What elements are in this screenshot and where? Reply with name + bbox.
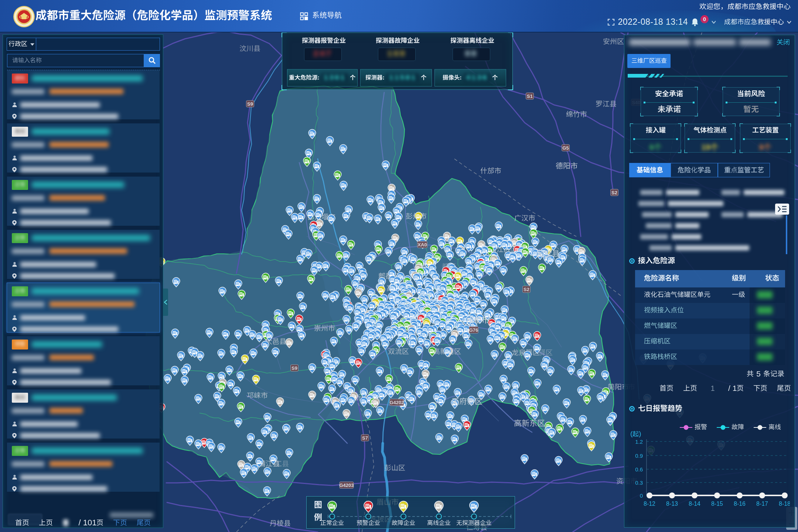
svg-text:1.2: 1.2: [635, 439, 643, 445]
svg-text:S9: S9: [291, 365, 297, 371]
svg-text:G4203: G4203: [339, 482, 354, 488]
svg-text:8-13: 8-13: [666, 501, 678, 507]
svg-text:S2: S2: [524, 287, 529, 292]
svg-text:0.9: 0.9: [635, 453, 643, 459]
svg-text:S1: S1: [527, 93, 533, 99]
svg-text:8-16: 8-16: [734, 501, 746, 507]
svg-text:G5: G5: [562, 145, 569, 151]
svg-text:S2: S2: [611, 190, 617, 195]
svg-text:· · · ·: · · · ·: [23, 8, 26, 10]
svg-text:0.6: 0.6: [635, 466, 643, 473]
svg-text:8-15: 8-15: [711, 501, 723, 507]
svg-text:S9: S9: [247, 101, 253, 107]
svg-text:0: 0: [640, 492, 643, 499]
svg-text:8-12: 8-12: [644, 501, 655, 507]
svg-text:8-17: 8-17: [756, 501, 768, 507]
svg-text:8-14: 8-14: [689, 501, 700, 507]
svg-text:· · ·: · · ·: [23, 24, 25, 26]
svg-text:0.3: 0.3: [635, 480, 643, 486]
svg-text:G76: G76: [469, 327, 478, 333]
svg-text:XA0: XA0: [417, 242, 427, 248]
svg-text:8-18: 8-18: [779, 501, 790, 507]
svg-text:G4202: G4202: [389, 400, 404, 405]
svg-text:S7: S7: [362, 435, 368, 441]
